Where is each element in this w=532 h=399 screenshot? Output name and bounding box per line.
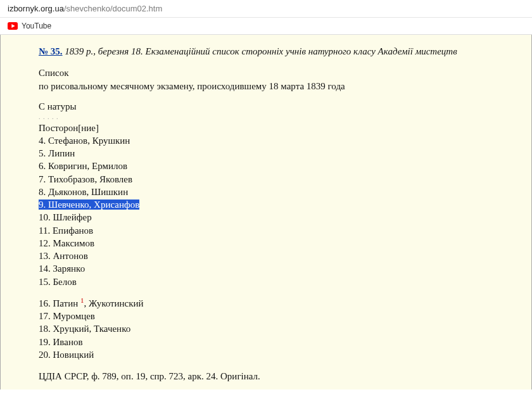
list-item: 14. Зарянко	[39, 262, 512, 275]
list-item: 8. Дьяконов, Шишкин	[39, 186, 512, 198]
section-label: С натуры	[39, 100, 512, 113]
url-path: /shevchenko/docum02.htm	[64, 4, 162, 13]
list-item: 12. Максимов	[39, 237, 512, 250]
list-item: 20. Новицкий	[39, 348, 512, 361]
list-item-highlighted: 9. Шевченко, Хрисанфов	[39, 198, 512, 211]
document-heading: № 35. 1839 р., березня 18. Екзаменаційни…	[39, 45, 512, 58]
page-viewport[interactable]: № 35. 1839 р., березня 18. Екзаменаційни…	[0, 35, 532, 390]
address-bar[interactable]: izbornyk.org.ua/shevchenko/docum02.htm	[0, 0, 532, 18]
ellipsis: . . . . .	[39, 113, 512, 122]
list-heading-2: по рисовальному месячному экзамену, прои…	[39, 80, 512, 92]
list-item: 7. Тихобразов, Яковлев	[39, 173, 512, 186]
list-item: 15. Белов	[39, 276, 512, 288]
archive-reference: ЦДІА СРСР, ф. 789, оп. 19, спр. 723, арк…	[39, 370, 512, 383]
list-item: 13. Антонов	[39, 250, 512, 262]
list-heading-1: Список	[39, 66, 512, 79]
list-item: 11. Епифанов	[39, 224, 512, 237]
list-item-with-footnote: 16. Патин 1, Жукотинский	[39, 296, 512, 310]
list-item: 5. Липин	[39, 147, 512, 160]
youtube-icon	[8, 22, 18, 30]
list-item: 17. Муромцев	[39, 310, 512, 322]
list-item: 19. Иванов	[39, 336, 512, 348]
list-item: 18. Хруцкий, Ткаченко	[39, 322, 512, 335]
row16-post: , Жукотинский	[84, 298, 143, 308]
doc-number-link[interactable]: № 35.	[39, 46, 63, 56]
doc-title: 1839 р., березня 18. Екзаменаційний спис…	[65, 46, 457, 56]
list-item: 4. Стефанов, Крушкин	[39, 134, 512, 147]
list-item: 10. Шлейфер	[39, 211, 512, 224]
document-body: № 35. 1839 р., березня 18. Екзаменаційни…	[0, 35, 532, 390]
browser-chrome: izbornyk.org.ua/shevchenko/docum02.htm Y…	[0, 0, 532, 35]
row16-pre: 16. Патин	[39, 298, 80, 308]
list-item: 6. Ковригин, Ермилов	[39, 160, 512, 172]
selected-text: 9. Шевченко, Хрисанфов	[39, 200, 139, 210]
url-host: izbornyk.org.ua	[8, 4, 64, 13]
bookmark-youtube[interactable]: YouTube	[22, 22, 51, 30]
bookmarks-bar: YouTube	[0, 18, 532, 34]
subsection-label: Посторон[ние]	[39, 122, 512, 134]
